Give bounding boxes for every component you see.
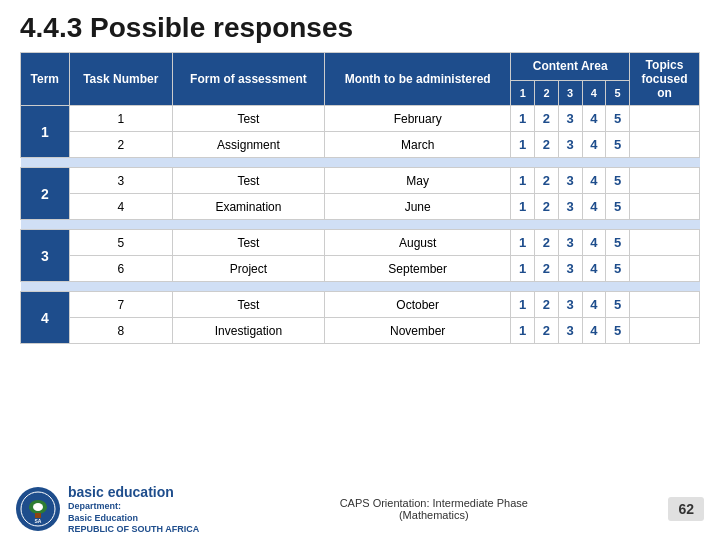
- task-number: 8: [69, 318, 172, 344]
- content-area-val: 5: [606, 132, 630, 158]
- col-form: Form of assessment: [172, 53, 324, 106]
- content-area-val: 2: [535, 292, 559, 318]
- content-area-val: 4: [582, 106, 606, 132]
- spacer-row: [21, 158, 700, 168]
- col-topics: Topics focused on: [630, 53, 700, 106]
- topics-cell: [630, 318, 700, 344]
- footer-dept-text: basic education Department: Basic Educat…: [68, 483, 199, 536]
- content-area-val: 5: [606, 318, 630, 344]
- content-area-val: 4: [582, 230, 606, 256]
- content-area-val: 3: [558, 168, 582, 194]
- month: November: [324, 318, 510, 344]
- topics-cell: [630, 194, 700, 220]
- ca-col-4: 4: [582, 80, 606, 105]
- spacer-row: [21, 220, 700, 230]
- month: August: [324, 230, 510, 256]
- main-table-container: Term Task Number Form of assessment Mont…: [0, 52, 720, 344]
- month: May: [324, 168, 510, 194]
- topics-cell: [630, 168, 700, 194]
- table-row: 47TestOctober12345: [21, 292, 700, 318]
- content-area-val: 4: [582, 194, 606, 220]
- content-area-val: 1: [511, 256, 535, 282]
- content-area-val: 5: [606, 194, 630, 220]
- svg-point-2: [33, 503, 43, 511]
- content-area-val: 3: [558, 318, 582, 344]
- form-assessment: Test: [172, 292, 324, 318]
- content-area-val: 2: [535, 132, 559, 158]
- form-assessment: Project: [172, 256, 324, 282]
- form-assessment: Test: [172, 168, 324, 194]
- content-area-val: 3: [558, 132, 582, 158]
- table-row: 6ProjectSeptember12345: [21, 256, 700, 282]
- task-number: 4: [69, 194, 172, 220]
- content-area-val: 2: [535, 256, 559, 282]
- col-content-area: Content Area: [511, 53, 630, 81]
- content-area-val: 5: [606, 230, 630, 256]
- task-number: 1: [69, 106, 172, 132]
- form-assessment: Assignment: [172, 132, 324, 158]
- form-assessment: Test: [172, 230, 324, 256]
- col-task: Task Number: [69, 53, 172, 106]
- content-area-val: 2: [535, 168, 559, 194]
- ca-col-3: 3: [558, 80, 582, 105]
- content-area-val: 3: [558, 230, 582, 256]
- topics-cell: [630, 132, 700, 158]
- topics-cell: [630, 106, 700, 132]
- term-cell: 3: [21, 230, 70, 282]
- svg-text:SA: SA: [35, 518, 42, 524]
- content-area-val: 5: [606, 292, 630, 318]
- content-area-val: 2: [535, 106, 559, 132]
- ca-col-1: 1: [511, 80, 535, 105]
- content-area-val: 4: [582, 318, 606, 344]
- form-assessment: Investigation: [172, 318, 324, 344]
- month: September: [324, 256, 510, 282]
- content-area-val: 1: [511, 318, 535, 344]
- content-area-val: 3: [558, 256, 582, 282]
- content-area-val: 5: [606, 106, 630, 132]
- table-row: 4ExaminationJune12345: [21, 194, 700, 220]
- content-area-val: 1: [511, 168, 535, 194]
- content-area-val: 1: [511, 292, 535, 318]
- term-cell: 2: [21, 168, 70, 220]
- content-area-val: 1: [511, 230, 535, 256]
- footer-logo: SA basic education Department: Basic Edu…: [16, 483, 199, 536]
- month: October: [324, 292, 510, 318]
- task-number: 6: [69, 256, 172, 282]
- content-area-val: 3: [558, 292, 582, 318]
- content-area-val: 4: [582, 256, 606, 282]
- content-area-val: 4: [582, 132, 606, 158]
- col-term: Term: [21, 53, 70, 106]
- content-area-val: 2: [535, 230, 559, 256]
- month: February: [324, 106, 510, 132]
- term-cell: 1: [21, 106, 70, 158]
- task-number: 7: [69, 292, 172, 318]
- assessment-table: Term Task Number Form of assessment Mont…: [20, 52, 700, 344]
- table-row: 35TestAugust12345: [21, 230, 700, 256]
- form-assessment: Test: [172, 106, 324, 132]
- ca-col-2: 2: [535, 80, 559, 105]
- topics-cell: [630, 256, 700, 282]
- table-row: 8InvestigationNovember12345: [21, 318, 700, 344]
- page-title: 4.4.3 Possible responses: [0, 0, 720, 52]
- month: March: [324, 132, 510, 158]
- term-cell: 4: [21, 292, 70, 344]
- table-row: 11TestFebruary12345: [21, 106, 700, 132]
- topics-cell: [630, 230, 700, 256]
- footer: SA basic education Department: Basic Edu…: [0, 479, 720, 540]
- spacer-row: [21, 282, 700, 292]
- task-number: 3: [69, 168, 172, 194]
- content-area-val: 2: [535, 318, 559, 344]
- footer-page-number: 62: [668, 497, 704, 521]
- content-area-val: 1: [511, 106, 535, 132]
- task-number: 5: [69, 230, 172, 256]
- content-area-val: 1: [511, 132, 535, 158]
- ca-col-5: 5: [606, 80, 630, 105]
- form-assessment: Examination: [172, 194, 324, 220]
- content-area-val: 3: [558, 106, 582, 132]
- content-area-val: 2: [535, 194, 559, 220]
- col-month: Month to be administered: [324, 53, 510, 106]
- content-area-val: 4: [582, 168, 606, 194]
- footer-center-text: CAPS Orientation: Intermediate Phase (Ma…: [340, 497, 528, 521]
- content-area-val: 3: [558, 194, 582, 220]
- dept-logo: SA: [16, 487, 60, 531]
